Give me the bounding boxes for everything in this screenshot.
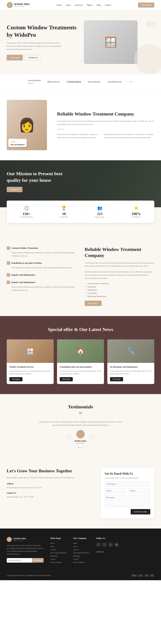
- service-2-desc: nam aliquam elit et augue per sollicitud…: [11, 266, 76, 269]
- nav-home[interactable]: Home: [57, 4, 62, 6]
- phone-input[interactable]: [128, 488, 150, 493]
- newsletter-button[interactable]: Subscribe: [32, 558, 44, 562]
- about-section: 👩 +25 Years of Experience Reliable Windo…: [0, 90, 161, 160]
- news-card-2-cta[interactable]: Get Quote: [60, 377, 73, 381]
- about-columns: Partiter pulvinar fringilla nam aliquam …: [57, 133, 154, 139]
- testimonials-prev-button[interactable]: ‹: [66, 434, 71, 440]
- hero-start-button[interactable]: Get Started: [7, 55, 23, 60]
- footer-company-contact[interactable]: Contact: [73, 558, 90, 560]
- footer-company-list: Home About Services Team Support Members…: [73, 542, 90, 563]
- stat-awards-number: 10: [60, 212, 68, 216]
- footer-company-privacy[interactable]: Privacy Sidemen: [73, 562, 90, 563]
- mission-cta-button[interactable]: Contact Us: [7, 187, 22, 192]
- stat-satisfaction-label: Satisfaction: [132, 216, 141, 218]
- footer-link-privacy[interactable]: Privacy Sidemen: [50, 562, 67, 563]
- cta-left: Let's Grow Your Business Together Nimque…: [7, 468, 94, 518]
- nav-links: Home About Services Pages Blog Contact: [57, 4, 111, 6]
- about-divider: [57, 129, 64, 130]
- logo[interactable]: W WINDO PRO Window Solutions: [7, 2, 30, 8]
- footer-link-services[interactable]: Services: [50, 549, 67, 550]
- testimonials-reviewer: Rachel James ★★★★★: [75, 430, 86, 444]
- checklist-item-3: Maintenance: [85, 289, 154, 291]
- nav-about[interactable]: About: [66, 4, 71, 6]
- footer-link-about[interactable]: About: [50, 546, 67, 547]
- footer-company-blog[interactable]: Blog Blog: [73, 555, 90, 557]
- test-dot-1: [78, 447, 79, 448]
- news-card-2-desc: Lorem ipsum dolor sit amet consectetur a…: [60, 370, 101, 375]
- stat-projects-icon: 📋: [20, 206, 33, 210]
- footer-brand-desc: Lorem ipsum dolor sit amet consectetur a…: [7, 544, 44, 556]
- footer-company-team[interactable]: Team Support Members: [73, 552, 90, 554]
- stats-bar: 📋 150+ Completed Project 🏆 10 Awards Win…: [7, 200, 154, 223]
- news-card-1-cta[interactable]: Get Quote: [9, 377, 22, 381]
- stat-projects-number: 150+: [20, 212, 33, 216]
- nav-pages[interactable]: Pages: [87, 4, 93, 6]
- payment-visa: VISA: [131, 574, 137, 577]
- footer-company-title: Our Company: [73, 537, 90, 540]
- checklist-item-2: Installation: [85, 286, 154, 288]
- news-grid: 🪟 Window Treatment Services Lorem ipsum …: [7, 339, 154, 384]
- footer-company-services[interactable]: Services: [73, 549, 90, 550]
- social-linkedin-icon[interactable]: in: [108, 542, 113, 547]
- logo-sub: Window Solutions: [14, 6, 30, 7]
- email-input[interactable]: [105, 488, 127, 493]
- test-dot-3: [82, 447, 83, 448]
- nav-contact[interactable]: Contact: [105, 4, 111, 6]
- news-card-1: 🪟 Window Treatment Services Lorem ipsum …: [7, 339, 54, 384]
- stat-satisfaction: ⭐ 100% Satisfaction: [132, 206, 141, 218]
- news-card-2-image: 🏠: [57, 339, 104, 363]
- form-name-field: [105, 482, 150, 486]
- brands-next[interactable]: ›: [140, 80, 141, 84]
- hero-contact-button[interactable]: Contact Us: [25, 55, 41, 60]
- footer-follow-us: Follow Us f t in ▶ Contact us: [96, 537, 119, 564]
- footer-brand: W WINDO PRO Window Solutions Lorem ipsum…: [7, 537, 44, 564]
- footer-contact-link[interactable]: Contact us: [96, 550, 104, 552]
- footer-company-about[interactable]: About: [73, 546, 90, 547]
- form-row-message: [105, 495, 150, 508]
- newsletter-input[interactable]: [7, 558, 32, 562]
- footer-link-contact[interactable]: Contact: [50, 558, 67, 560]
- cta-address: Address No 80, Blank St Nx Nul, New York…: [7, 482, 94, 498]
- footer-link-team[interactable]: Team Support Members: [50, 552, 67, 554]
- nav-services[interactable]: Services: [75, 4, 83, 6]
- footer-company-home[interactable]: Home: [73, 542, 90, 544]
- service-item-4: Repairs and Maintenance Partiter pulvina…: [7, 281, 76, 292]
- checklist-item-5: Repairs and Maintenance: [85, 295, 154, 297]
- service-item-3: Repairs and Maintenance: [7, 273, 76, 276]
- testimonials-next-button[interactable]: ›: [90, 434, 95, 440]
- mission-title: Our Mission to Present best quality for …: [7, 170, 74, 184]
- test-dot-2: [80, 447, 81, 448]
- footer-link-blog[interactable]: Blog Blog: [50, 555, 67, 557]
- service-2-check: [7, 261, 10, 265]
- news-section: Special offer & Our Latest News 🪟 Window…: [0, 316, 161, 394]
- brands-prev[interactable]: ‹: [20, 80, 21, 84]
- navigation: W WINDO PRO Window Solutions Home About …: [0, 0, 161, 10]
- nav-cta-button[interactable]: Free Quote: [138, 2, 154, 8]
- name-input[interactable]: [105, 482, 150, 486]
- footer-copyright: Copyright 2023 Windo Pro. All Rights Res…: [7, 574, 51, 576]
- footer-link-home[interactable]: Home: [50, 542, 67, 544]
- checklist-item-4: Consultation: [85, 292, 154, 294]
- hero-buttons: Get Started Contact Us: [7, 55, 77, 60]
- news-card-3-title: Do all Repairs and Maintenance: [110, 366, 152, 368]
- services-readmore-button[interactable]: Read More ›: [85, 300, 102, 306]
- news-card-1-body: Window Treatment Services Lorem ipsum do…: [7, 363, 54, 384]
- form-phone-field: [128, 488, 150, 493]
- message-input[interactable]: [105, 495, 150, 507]
- brand-majestic: MAJESTIC: [88, 80, 101, 83]
- testimonials-description: Lorem ipsum dolor sit amet consectetur a…: [39, 420, 122, 426]
- form-submit-button[interactable]: Submit the data: [131, 509, 150, 514]
- news-card-3-cta[interactable]: Get Quote: [110, 377, 123, 381]
- stat-awards-icon: 🏆: [60, 206, 68, 210]
- checklist-item-1: Custom Window Treatments: [85, 282, 154, 284]
- footer-main-pages-title: Main Pages: [50, 537, 67, 540]
- nav-blog[interactable]: Blog: [97, 4, 101, 6]
- news-card-2: 🏠 Consultation done our team members Lor…: [57, 339, 104, 384]
- form-row-name: [105, 482, 150, 486]
- social-facebook-icon[interactable]: f: [96, 542, 101, 547]
- testimonials-dots: [7, 447, 154, 448]
- brand-authentic: AUTHENTIC: [108, 80, 122, 83]
- social-youtube-icon[interactable]: ▶: [114, 542, 119, 547]
- social-twitter-icon[interactable]: t: [102, 542, 107, 547]
- brands-section: ‹ JACKSONSWORLD DiegoCo. YORKSHIRE MAJES…: [0, 74, 161, 90]
